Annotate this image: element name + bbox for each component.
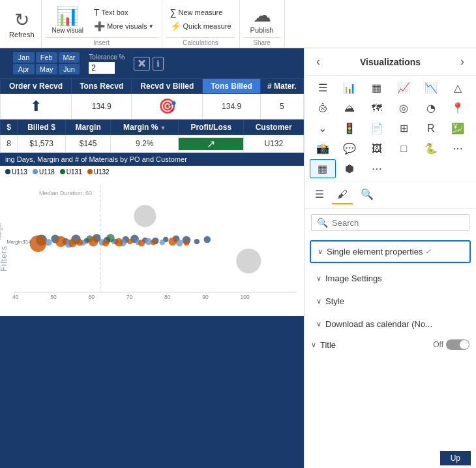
viz-icon-combo-chart[interactable]: 📈 — [391, 78, 417, 97]
viz-icon-mountain[interactable]: ⛰ — [337, 99, 363, 117]
download-chevron: ∨ — [316, 320, 321, 328]
calculations-label: Calculations — [166, 37, 235, 46]
viz-nav-right[interactable]: › — [456, 54, 468, 70]
filter-info-icon[interactable]: ℹ — [153, 57, 164, 70]
new-visual-icon: 📊 — [56, 5, 79, 27]
left-panel: Filters Jan Feb Mar Apr May Jun Toleranc… — [0, 48, 304, 468]
download-calendar-header[interactable]: ∨ Download as calendar (No... — [310, 315, 471, 333]
viz-header: ‹ Visualizations › — [305, 48, 476, 76]
month-jun[interactable]: Jun — [59, 64, 80, 74]
viz-icon-gauge[interactable]: 🚦 — [337, 119, 363, 138]
col-margin-pct: Margin %▼ — [111, 120, 179, 135]
viz-icon-map[interactable]: 🗺 — [364, 99, 390, 117]
cell-dollar: 8 — [1, 135, 18, 153]
calculations-section: ∑ New measure ⚡ Quick measure Calculatio… — [162, 0, 240, 48]
viz-icon-selected1[interactable]: ▦ — [310, 159, 336, 178]
refresh-button[interactable]: ↻ Refresh — [3, 0, 41, 48]
svg-text:100: 100 — [241, 294, 250, 300]
viz-icon-matrix[interactable]: R — [418, 119, 444, 138]
toolbar: ↻ Refresh 📊 New visual T Text box ➕ More… — [0, 0, 476, 48]
viz-title: Visualizations — [360, 57, 421, 67]
title-row: ∨ Title Off — [305, 335, 476, 354]
viz-icon-card[interactable]: 📄 — [364, 119, 390, 138]
filter-funnel-icon[interactable]: 🗙 — [134, 57, 150, 70]
viz-icon-donut[interactable]: ◎ — [391, 99, 417, 117]
table1-container: Order v Recvd Tons Recvd Recvd v Billed … — [0, 78, 304, 119]
viz-fields-tab[interactable]: ☰ — [310, 185, 329, 204]
chevron-down-icon: ∨ — [318, 247, 323, 256]
cell-order-v-recvd: ⬆ — [1, 94, 72, 119]
viz-icon-bar-chart[interactable]: 📊 — [337, 78, 363, 97]
col-dollar: $ — [1, 120, 18, 135]
new-measure-icon: ∑ — [170, 7, 177, 18]
viz-icon-stacked-bar[interactable]: ☰ — [310, 78, 336, 97]
title-off-label: Off — [433, 340, 443, 349]
viz-icon-waterfall[interactable]: 💹 — [445, 119, 471, 138]
right-panel: ‹ Visualizations › ☰ 📊 ▦ 📈 📉 △ ⨶ ⛰ 🗺 ◎ ◔… — [304, 48, 476, 468]
publish-button[interactable]: ☁ Publish — [244, 1, 280, 37]
quick-measure-button[interactable]: ⚡ Quick measure — [166, 20, 235, 33]
svg-point-34 — [76, 239, 83, 246]
more-visuals-button[interactable]: ➕ More visuals ▼ — [90, 20, 158, 33]
svg-text:40: 40 — [12, 294, 19, 300]
calculations-buttons: ∑ New measure ⚡ Quick measure — [166, 6, 235, 33]
cell-profit-loss: ↗ — [179, 135, 244, 153]
viz-search-box[interactable]: 🔍 — [311, 214, 469, 231]
style-header[interactable]: ∨ Style — [310, 292, 471, 310]
title-toggle[interactable] — [446, 339, 469, 350]
viz-icon-hex[interactable]: ⬢ — [337, 159, 363, 178]
col-profit-loss: Profit/Loss — [179, 120, 244, 135]
single-element-section: ∨ Single element properties ✓ — [310, 240, 471, 263]
viz-icon-pie[interactable]: ◔ — [418, 99, 444, 117]
new-visual-label: New visual — [52, 27, 83, 34]
cell-customer: U132 — [244, 135, 304, 153]
viz-icon-python[interactable]: 🐍 — [418, 139, 444, 158]
text-box-button[interactable]: T Text box — [90, 6, 158, 19]
new-visual-button[interactable]: 📊 New visual — [46, 1, 90, 37]
viz-icon-clustered-bar[interactable]: ▦ — [364, 78, 390, 97]
viz-icon-table[interactable]: ⊞ — [391, 119, 417, 138]
up-button[interactable]: Up — [440, 451, 471, 465]
table1: Order v Recvd Tons Recvd Recvd v Billed … — [0, 78, 304, 119]
filter-bar: Jan Feb Mar Apr May Jun Tolerance % 🗙 ℹ — [0, 48, 304, 78]
col-recvd-v-billed: Recvd v Billed — [132, 79, 203, 94]
month-apr[interactable]: Apr — [13, 64, 35, 74]
col-customer: Customer — [244, 120, 304, 135]
image-settings-header[interactable]: ∨ Image Settings — [310, 270, 471, 287]
viz-icon-dotted[interactable]: ⋯ — [364, 159, 390, 178]
svg-point-28 — [176, 240, 183, 247]
viz-icon-scatter2[interactable]: ⨶ — [310, 99, 336, 117]
viz-icon-text-box[interactable]: 💬 — [337, 139, 363, 158]
viz-icon-image[interactable]: 🖼 — [364, 139, 390, 158]
viz-icon-shape[interactable]: □ — [391, 139, 417, 158]
viz-format-tab[interactable]: 🖌 — [332, 185, 353, 204]
month-mar[interactable]: Mar — [59, 52, 80, 63]
viz-icon-area-chart[interactable]: △ — [445, 78, 471, 97]
month-jan[interactable]: Jan — [13, 52, 35, 63]
viz-nav-left[interactable]: ‹ — [312, 54, 324, 70]
viz-analytics-tab[interactable]: 🔍 — [355, 185, 379, 204]
svg-text:Margin:$14: Margin:$14 — [7, 239, 31, 245]
single-element-header[interactable]: ∨ Single element properties ✓ — [311, 242, 469, 262]
tolerance-input[interactable] — [89, 62, 115, 74]
col-tons-billed: Tons Billed — [203, 79, 260, 94]
scatter-svg: Margin — [0, 178, 304, 302]
table2-row: 8 $1,573 $145 9.2% ↗ U132 — [1, 135, 304, 153]
viz-icon-funnel[interactable]: ⌄ — [310, 119, 336, 138]
filters-tab[interactable]: Filters — [0, 245, 8, 272]
new-measure-button[interactable]: ∑ New measure — [166, 6, 235, 19]
month-feb[interactable]: Feb — [36, 52, 57, 63]
month-may[interactable]: May — [36, 64, 57, 74]
table2: $ Billed $ Margin Margin %▼ Profit/Loss … — [0, 119, 304, 153]
tolerance-group: Tolerance % — [89, 54, 125, 74]
viz-icon-filled-map[interactable]: 📍 — [445, 99, 471, 117]
viz-tool-tabs: ☰ 🖌 🔍 — [305, 181, 476, 209]
svg-point-18 — [203, 236, 211, 243]
viz-icon-line-chart[interactable]: 📉 — [418, 78, 444, 97]
up-btn-container: Up — [305, 448, 476, 468]
viz-icon-more[interactable]: ⋯ — [445, 139, 471, 158]
viz-icon-slicer[interactable]: 📸 — [310, 139, 336, 158]
insert-section: 📊 New visual T Text box ➕ More visuals ▼… — [42, 0, 162, 48]
search-input[interactable] — [332, 218, 464, 228]
title-chevron: ∨ — [311, 341, 316, 349]
